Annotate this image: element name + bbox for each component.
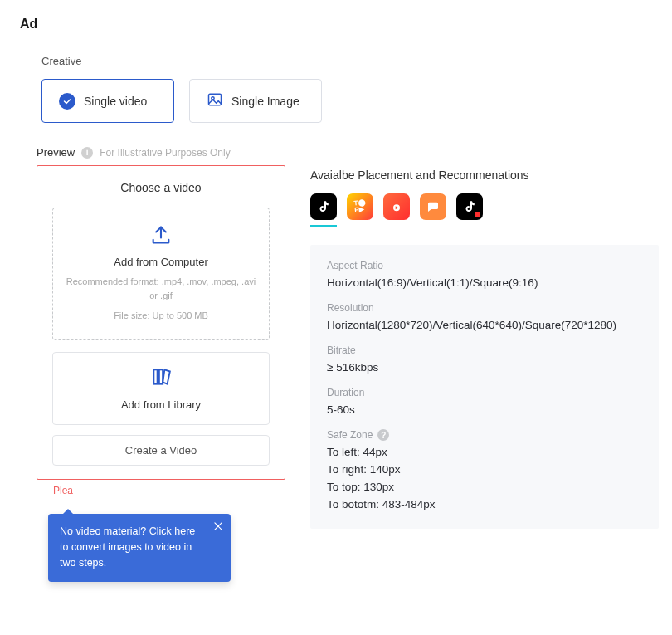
placement-title: Avaialbe Placement and Recommenations <box>310 169 659 182</box>
image-icon <box>207 91 223 110</box>
placement-selected-underline <box>310 225 337 227</box>
upload-from-computer[interactable]: Add from Computer Recommended format: .m… <box>52 208 270 340</box>
spec-duration-label: Duration <box>327 387 642 398</box>
spec-bitrate-value: ≥ 516kbps <box>327 361 642 374</box>
creative-option-image[interactable]: Single Image <box>189 79 322 123</box>
preview-panel: Choose a video Add from Computer Recomme… <box>37 165 285 480</box>
placement-apps: T⬤P▶ <box>310 193 659 220</box>
upload-label: Add from Computer <box>61 256 261 268</box>
library-icon <box>61 366 261 390</box>
create-video-tooltip: No video material? Click here to convert… <box>48 514 231 582</box>
spec-aspect-value: Horizontal(16:9)/Vertical(1:1)/Square(9:… <box>327 276 642 289</box>
preview-panel-title: Choose a video <box>52 181 270 194</box>
validation-error: Plea <box>53 485 285 496</box>
creative-options: Single video Single Image <box>41 79 652 123</box>
preview-note: For Illustrative Purposes Only <box>100 147 230 159</box>
safe-zone-right: To right: 140px <box>327 463 642 476</box>
spec-resolution-label: Resolution <box>327 302 642 314</box>
spec-duration-value: 5-60s <box>327 403 642 416</box>
chat-app-icon[interactable] <box>420 193 446 220</box>
creative-option-label: Single Image <box>231 95 299 108</box>
info-icon: i <box>81 147 93 159</box>
spec-panel: Aspect Ratio Horizontal(16:9)/Vertical(1… <box>310 245 659 529</box>
preview-title: Preview <box>37 146 75 159</box>
check-icon <box>59 93 75 110</box>
library-label: Add from Library <box>61 398 261 411</box>
svg-rect-0 <box>209 94 222 105</box>
safe-zone-bottom: To bototm: 483-484px <box>327 498 642 510</box>
creative-option-video[interactable]: Single video <box>41 79 174 123</box>
spec-aspect-label: Aspect Ratio <box>327 260 642 271</box>
safe-zone-left: To left: 44px <box>327 446 642 458</box>
spec-safezone-label: Safe Zone ? <box>327 429 642 441</box>
tiktok-ads-icon[interactable] <box>456 193 483 220</box>
tiktok-icon[interactable] <box>310 193 337 220</box>
tooltip-text: No video material? Click here to convert… <box>60 525 195 569</box>
upload-hint-size: File size: Up to 500 MB <box>61 309 261 323</box>
close-icon[interactable] <box>212 520 224 532</box>
upload-icon <box>61 223 261 249</box>
spec-bitrate-label: Bitrate <box>327 344 642 356</box>
creative-option-label: Single video <box>84 95 147 108</box>
hot-app-icon[interactable] <box>383 193 410 220</box>
spec-resolution-value: Horizontal(1280*720)/Vertical(640*640)/S… <box>327 319 642 331</box>
safe-zone-top: To top: 130px <box>327 481 642 493</box>
svg-rect-2 <box>153 369 157 383</box>
page-title: Ad <box>20 17 652 32</box>
buzzvideo-icon[interactable]: T⬤P▶ <box>347 193 373 220</box>
creative-section-label: Creative <box>41 55 652 67</box>
add-from-library[interactable]: Add from Library <box>52 352 270 425</box>
upload-hint: Recommended format: .mp4, .mov, .mpeg, .… <box>61 275 261 302</box>
create-video-button[interactable]: Create a Video <box>52 435 270 466</box>
info-icon: ? <box>377 429 389 441</box>
